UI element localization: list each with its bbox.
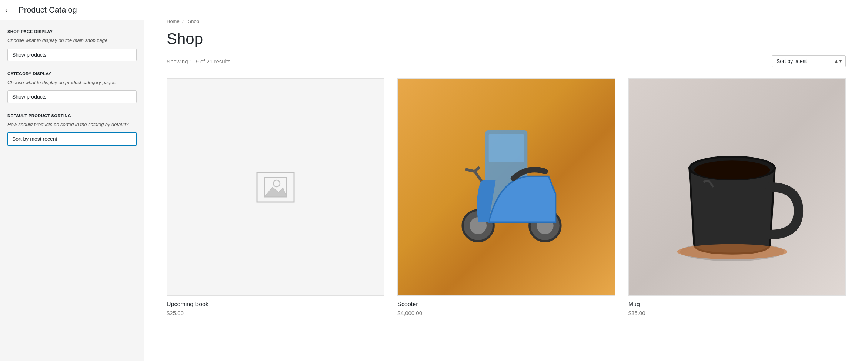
product-card[interactable]: Upcoming Book $25.00 bbox=[167, 78, 384, 316]
product-name: Mug bbox=[628, 301, 846, 308]
default-sorting-section: DEFAULT PRODUCT SORTING How should produ… bbox=[7, 113, 137, 145]
shop-page-display-description: Choose what to display on the main shop … bbox=[7, 37, 137, 44]
default-sorting-select[interactable]: Sort by most recent Sort by popularity S… bbox=[7, 133, 137, 145]
default-sorting-label: DEFAULT PRODUCT SORTING bbox=[7, 113, 137, 118]
shop-page-display-label: SHOP PAGE DISPLAY bbox=[7, 29, 137, 34]
default-sorting-wrapper: Sort by most recent Sort by popularity S… bbox=[7, 133, 137, 145]
svg-point-14 bbox=[694, 160, 770, 179]
sidebar-title: Product Catalog bbox=[19, 5, 77, 15]
svg-rect-4 bbox=[488, 134, 524, 162]
placeholder-image bbox=[167, 79, 384, 295]
product-grid: Upcoming Book $25.00 bbox=[167, 78, 846, 316]
default-sorting-description: How should products be sorted in the cat… bbox=[7, 121, 137, 128]
svg-rect-0 bbox=[257, 172, 294, 202]
category-display-select[interactable]: Show products Show subcategories Show su… bbox=[7, 90, 137, 103]
sidebar-content: SHOP PAGE DISPLAY Choose what to display… bbox=[0, 20, 144, 361]
svg-point-2 bbox=[273, 180, 280, 187]
shop-page-display-section: SHOP PAGE DISPLAY Choose what to display… bbox=[7, 29, 137, 61]
product-image-scooter bbox=[397, 78, 615, 296]
product-card[interactable]: Scooter $4,000.00 bbox=[397, 78, 615, 316]
shop-page-display-wrapper: Show products Show categories Show categ… bbox=[7, 49, 137, 61]
breadcrumb-home[interactable]: Home bbox=[167, 19, 180, 24]
product-image-mug bbox=[628, 78, 846, 296]
breadcrumb-current: Shop bbox=[188, 19, 199, 24]
main-content: Home / Shop Shop Showing 1–9 of 21 resul… bbox=[144, 0, 868, 361]
sort-select-wrapper: Sort by latest Sort by popularity Sort b… bbox=[772, 55, 846, 67]
category-display-wrapper: Show products Show subcategories Show su… bbox=[7, 90, 137, 103]
breadcrumb: Home / Shop bbox=[167, 19, 846, 24]
shop-page-display-select[interactable]: Show products Show categories Show categ… bbox=[7, 49, 137, 61]
sidebar: ‹ Product Catalog SHOP PAGE DISPLAY Choo… bbox=[0, 0, 144, 361]
product-card[interactable]: Mug $35.00 bbox=[628, 78, 846, 316]
mug-background bbox=[629, 79, 845, 295]
product-name: Upcoming Book bbox=[167, 301, 384, 308]
breadcrumb-separator: / bbox=[182, 19, 184, 24]
shop-meta: Showing 1–9 of 21 results Sort by latest… bbox=[167, 55, 846, 67]
product-image-upcoming-book bbox=[167, 78, 384, 296]
product-price: $4,000.00 bbox=[397, 310, 615, 316]
svg-line-10 bbox=[465, 169, 475, 172]
scooter-background bbox=[398, 79, 614, 295]
product-price: $25.00 bbox=[167, 310, 384, 316]
result-count: Showing 1–9 of 21 results bbox=[167, 58, 231, 64]
sort-select[interactable]: Sort by latest Sort by popularity Sort b… bbox=[772, 55, 846, 67]
category-display-section: CATEGORY DISPLAY Choose what to display … bbox=[7, 72, 137, 103]
product-name: Scooter bbox=[397, 301, 615, 308]
category-display-label: CATEGORY DISPLAY bbox=[7, 72, 137, 76]
back-arrow-icon[interactable]: ‹ bbox=[5, 6, 8, 14]
product-price: $35.00 bbox=[628, 310, 846, 316]
svg-line-11 bbox=[474, 167, 479, 171]
shop-page-title: Shop bbox=[167, 30, 846, 48]
sidebar-header: ‹ Product Catalog bbox=[0, 0, 144, 20]
category-display-description: Choose what to display on product catego… bbox=[7, 79, 137, 86]
svg-point-15 bbox=[677, 244, 787, 259]
svg-line-9 bbox=[474, 172, 481, 182]
